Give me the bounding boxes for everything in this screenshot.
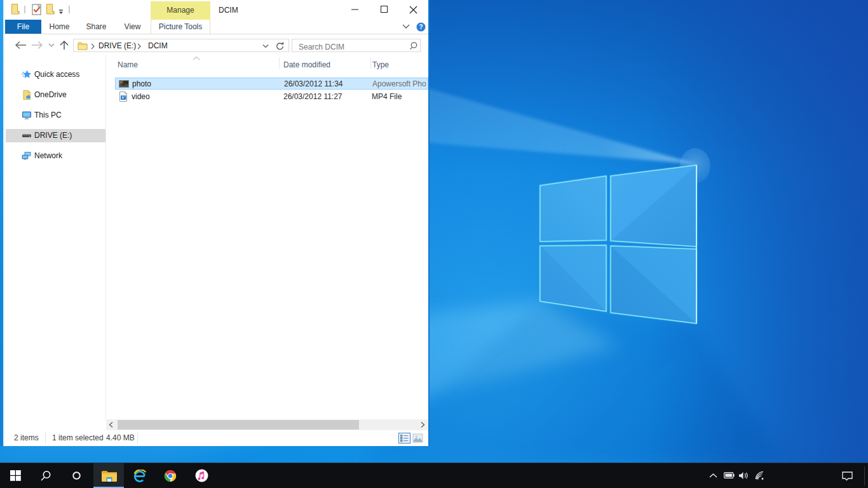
svg-text:?: ? (419, 24, 423, 30)
